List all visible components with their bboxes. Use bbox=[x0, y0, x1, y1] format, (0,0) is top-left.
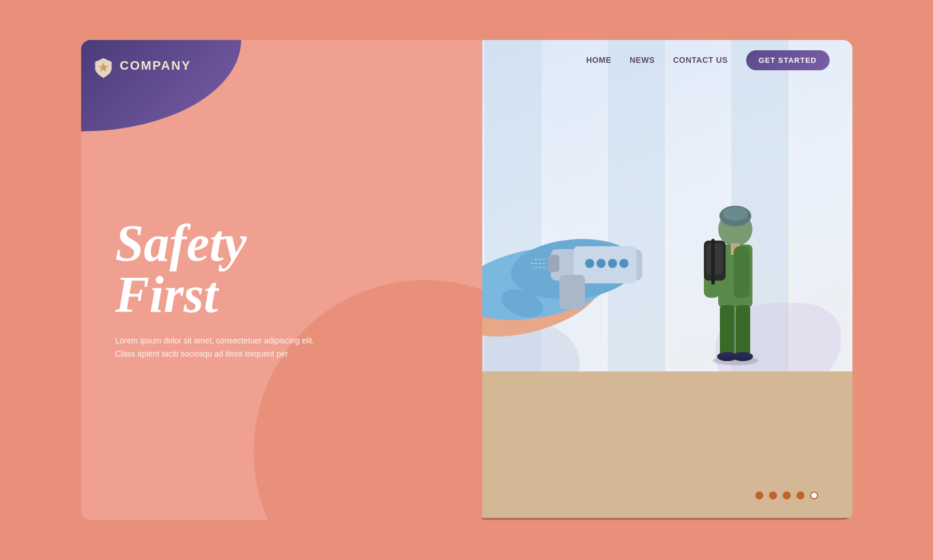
dot-5-active[interactable] bbox=[810, 491, 818, 499]
dot-3[interactable] bbox=[783, 491, 791, 499]
dot-1[interactable] bbox=[755, 491, 763, 499]
pagination-dots bbox=[755, 491, 818, 499]
main-illustration bbox=[482, 143, 852, 383]
svg-rect-26 bbox=[720, 305, 735, 357]
main-card: COMPANY Safety First Lorem ipsum dolor s… bbox=[81, 40, 852, 520]
bottom-border bbox=[482, 518, 852, 520]
svg-rect-25 bbox=[711, 239, 715, 285]
svg-point-11 bbox=[619, 259, 628, 268]
hero-content: Safety First Lorem ipsum dolor sit amet,… bbox=[115, 218, 333, 360]
nav-home[interactable]: HOME bbox=[586, 55, 611, 65]
shield-star-icon bbox=[93, 57, 114, 79]
svg-rect-7 bbox=[559, 275, 585, 309]
svg-point-30 bbox=[712, 356, 758, 365]
svg-rect-12 bbox=[548, 255, 559, 272]
left-panel: COMPANY Safety First Lorem ipsum dolor s… bbox=[81, 40, 482, 520]
get-started-button[interactable]: GET STARTED bbox=[746, 50, 830, 70]
svg-point-8 bbox=[585, 259, 594, 268]
logo-area: COMPANY bbox=[81, 40, 241, 131]
thermometer-gun bbox=[482, 186, 665, 349]
nav-contact[interactable]: CONTACT US bbox=[673, 55, 728, 65]
person-figure bbox=[670, 198, 784, 383]
svg-rect-22 bbox=[734, 246, 750, 298]
hero-subtitle: Lorem ipsum dolor sit amet, consectetuer… bbox=[115, 334, 333, 360]
svg-point-10 bbox=[608, 259, 617, 268]
navbar: HOME NEWS CONTACT US GET STARTED bbox=[482, 40, 852, 80]
nav-links: HOME NEWS CONTACT US GET STARTED bbox=[586, 50, 830, 70]
svg-point-18 bbox=[723, 207, 748, 221]
dot-2[interactable] bbox=[769, 491, 777, 499]
svg-rect-27 bbox=[735, 305, 750, 357]
svg-point-9 bbox=[596, 259, 606, 268]
right-panel: HOME NEWS CONTACT US GET STARTED bbox=[482, 40, 852, 520]
nav-news[interactable]: NEWS bbox=[630, 55, 655, 65]
company-name: COMPANY bbox=[120, 58, 191, 73]
hero-title: Safety First bbox=[115, 218, 333, 321]
dot-4[interactable] bbox=[796, 491, 804, 499]
outer-frame: COMPANY Safety First Lorem ipsum dolor s… bbox=[81, 40, 852, 520]
